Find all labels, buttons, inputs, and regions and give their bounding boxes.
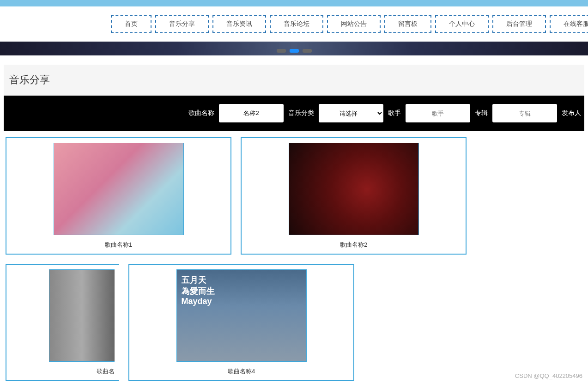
nav-music-forum[interactable]: 音乐论坛 xyxy=(270,15,323,33)
nav-admin[interactable]: 后台管理 xyxy=(492,15,546,33)
nav-support[interactable]: 在线客服 xyxy=(550,15,588,33)
category-label: 音乐分类 xyxy=(288,109,314,117)
main-nav: 首页 音乐分享 音乐资讯 音乐论坛 网站公告 留言板 个人中心 后台管理 在线客… xyxy=(0,6,588,42)
album-art xyxy=(49,269,115,362)
filter-bar: 歌曲名称 音乐分类 请选择 歌手 专辑 发布人 xyxy=(4,96,584,131)
card-title: 歌曲名称1 xyxy=(105,241,132,249)
carousel-dot-2[interactable] xyxy=(290,49,299,53)
carousel-dot-3[interactable] xyxy=(303,49,312,53)
publisher-label: 发布人 xyxy=(562,109,581,117)
singer-input[interactable] xyxy=(406,104,470,122)
nav-user-center[interactable]: 个人中心 xyxy=(435,15,489,33)
hero-banner xyxy=(0,42,588,55)
song-name-label: 歌曲名称 xyxy=(188,109,214,117)
singer-label: 歌手 xyxy=(388,109,401,117)
top-bar xyxy=(0,0,588,6)
card-title: 歌曲名 xyxy=(97,367,115,376)
section-title: 音乐分享 xyxy=(4,65,584,96)
nav-home[interactable]: 首页 xyxy=(111,15,152,33)
album-input[interactable] xyxy=(492,104,557,122)
carousel-dot-1[interactable] xyxy=(277,49,286,53)
music-grid: 歌曲名称1 歌曲名称2 歌曲名 歌曲名称4 歌曲名称5 歌曲名 xyxy=(0,131,588,383)
music-card[interactable]: 歌曲名称1 xyxy=(6,137,231,255)
carousel-dots xyxy=(277,49,312,53)
song-name-input[interactable] xyxy=(219,104,284,122)
album-art xyxy=(176,269,307,362)
album-art xyxy=(54,143,184,235)
card-title: 歌曲名称2 xyxy=(340,241,367,249)
nav-music-share[interactable]: 音乐分享 xyxy=(155,15,209,33)
album-label: 专辑 xyxy=(475,109,488,117)
card-title: 歌曲名称4 xyxy=(228,367,255,376)
music-card[interactable]: 歌曲名称2 xyxy=(241,137,467,255)
nav-music-news[interactable]: 音乐资讯 xyxy=(212,15,266,33)
music-card[interactable]: 歌曲名 xyxy=(6,264,119,381)
album-art xyxy=(289,143,419,235)
nav-guestbook[interactable]: 留言板 xyxy=(384,15,431,33)
music-card[interactable]: 歌曲名称4 xyxy=(128,264,354,381)
category-select[interactable]: 请选择 xyxy=(319,104,383,122)
nav-site-announce[interactable]: 网站公告 xyxy=(327,15,381,33)
